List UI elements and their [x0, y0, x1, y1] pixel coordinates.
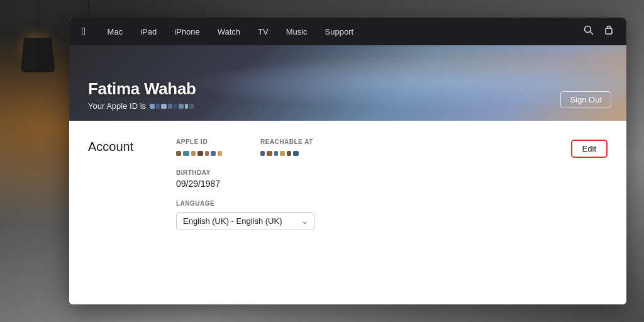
birthday-value: 09/29/1987	[176, 179, 608, 189]
birthday-label: BIRTHDAY	[176, 169, 608, 176]
profile-appleid-row: Your Apple ID is	[88, 101, 196, 111]
apple-id-label: Your Apple ID is	[88, 101, 146, 111]
account-section: Account APPLE ID	[69, 121, 626, 304]
apple-id-value	[176, 148, 223, 158]
edit-button-wrap: Edit	[571, 138, 608, 158]
language-select[interactable]: English (UK) - English (UK) English (US)…	[176, 212, 314, 230]
apple-id-blurred	[150, 104, 194, 109]
apple-logo[interactable]: 	[82, 25, 86, 38]
nav-link-music[interactable]: Music	[277, 27, 316, 36]
nav-link-tv[interactable]: TV	[249, 27, 277, 36]
sign-out-button[interactable]: Sign Out	[560, 91, 611, 108]
profile-banner: Fatima Wahab Your Apple ID is Sign Out	[69, 45, 626, 121]
nav-icons	[584, 25, 614, 38]
bag-icon[interactable]	[604, 25, 614, 38]
language-label: LANGUAGE	[176, 200, 608, 207]
reachable-at-label: REACHABLE AT	[260, 138, 313, 145]
language-select-wrap: English (UK) - English (UK) English (US)…	[176, 212, 608, 230]
account-fields: APPLE ID REACHABLE	[176, 138, 608, 287]
field-apple-id: APPLE ID	[176, 138, 223, 158]
search-icon[interactable]	[584, 25, 594, 38]
svg-line-1	[591, 32, 593, 35]
reachable-blurred-value	[260, 151, 299, 156]
lamp-left	[19, 0, 57, 101]
nav-link-mac[interactable]: Mac	[99, 27, 132, 36]
navbar:  Mac iPad iPhone Watch TV Music Support	[69, 18, 626, 45]
nav-link-ipad[interactable]: iPad	[131, 27, 165, 36]
apple-id-field-label: APPLE ID	[176, 138, 223, 145]
browser-card:  Mac iPad iPhone Watch TV Music Support	[69, 18, 626, 304]
profile-name: Fatima Wahab	[88, 79, 196, 99]
svg-rect-2	[606, 28, 612, 34]
nav-link-iphone[interactable]: iPhone	[165, 27, 208, 36]
fields-row-1: APPLE ID REACHABLE	[176, 138, 608, 158]
nav-link-watch[interactable]: Watch	[209, 27, 249, 36]
field-language: LANGUAGE English (UK) - English (UK) Eng…	[176, 200, 608, 230]
field-birthday: BIRTHDAY 09/29/1987	[176, 169, 608, 189]
profile-info: Fatima Wahab Your Apple ID is	[88, 79, 196, 111]
field-reachable-at: REACHABLE AT	[260, 138, 313, 158]
nav-links: Mac iPad iPhone Watch TV Music Support	[99, 27, 584, 36]
language-select-wrapper: English (UK) - English (UK) English (US)…	[176, 212, 314, 230]
account-label: Account	[88, 138, 176, 287]
apple-id-blurred-value	[176, 151, 223, 156]
edit-button[interactable]: Edit	[571, 140, 608, 158]
nav-link-support[interactable]: Support	[316, 27, 363, 36]
reachable-at-value	[260, 148, 313, 158]
